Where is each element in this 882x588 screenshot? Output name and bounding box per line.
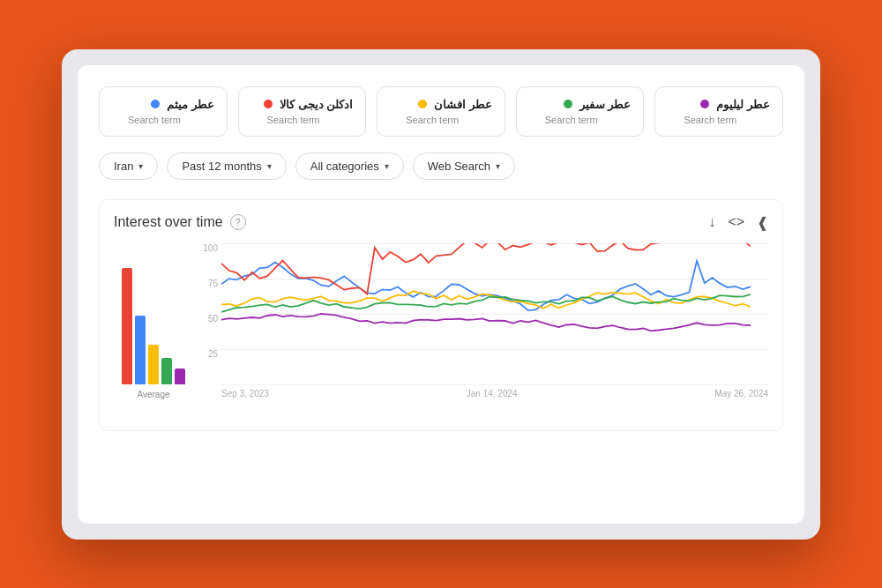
embed-icon[interactable]: <> — [728, 214, 744, 230]
chart-header: Interest over time ? ↓ <> ❰ — [114, 214, 768, 231]
chart-title: Interest over time — [114, 214, 223, 230]
y-axis: 100755025 — [193, 243, 218, 384]
chart-section: Interest over time ? ↓ <> ❰ Average — [99, 199, 783, 431]
chart-title-group: Interest over time ? — [114, 214, 246, 230]
filter-label: Web Search — [428, 160, 490, 173]
term-dot — [700, 100, 709, 108]
term-text: ادکلن دیجی کالا — [280, 98, 353, 111]
filter-category[interactable]: All categories▾ — [295, 153, 404, 180]
chart-line — [221, 261, 751, 310]
device-frame: عطر میثم Search term ادکلن دیجی کالا Sea… — [62, 49, 820, 540]
dropdown-arrow-icon: ▾ — [267, 161, 272, 171]
term-label: Search term — [390, 115, 492, 125]
bar-chart-section: Average — [114, 243, 193, 420]
filter-region[interactable]: Iran▾ — [99, 153, 158, 180]
filter-label: Iran — [114, 160, 133, 173]
term-text: عطر لیلیوم — [716, 98, 770, 111]
term-dot — [264, 100, 273, 108]
chart-line — [221, 314, 751, 331]
term-text: عطر سفیر — [579, 98, 632, 111]
y-axis-label: 25 — [193, 349, 218, 359]
term-text: عطر میثم — [167, 98, 214, 111]
y-axis-label: 75 — [193, 279, 218, 288]
chart-line — [221, 243, 751, 294]
y-axis-label: 100 — [193, 243, 218, 253]
avg-bar — [148, 345, 159, 384]
help-icon[interactable]: ? — [230, 214, 246, 230]
download-icon[interactable]: ↓ — [708, 214, 715, 230]
average-label: Average — [137, 390, 169, 399]
term-dot — [564, 100, 572, 108]
term-label: Search term — [251, 115, 354, 125]
filter-label: All categories — [310, 160, 379, 173]
dropdown-arrow-icon: ▾ — [385, 161, 389, 171]
term-label: Search term — [668, 115, 770, 125]
search-terms-row: عطر میثم Search term ادکلن دیجی کالا Sea… — [99, 86, 783, 137]
line-chart-section: 100755025 Sep 3, 2023Jan 14, 2024May 26,… — [193, 243, 768, 420]
filter-label: Past 12 months — [182, 160, 261, 173]
search-term-card-3[interactable]: عطر افشان Search term — [377, 86, 505, 137]
search-term-card-2[interactable]: ادکلن دیجی کالا Search term — [238, 86, 367, 137]
share-icon[interactable]: ❰ — [757, 214, 768, 231]
search-term-card-4[interactable]: عطر سفیر Search term — [516, 86, 645, 137]
term-label: Search term — [112, 115, 214, 125]
x-axis-label: Jan 14, 2024 — [467, 389, 518, 398]
x-axis-label: May 26, 2024 — [714, 389, 768, 398]
chart-actions: ↓ <> ❰ — [708, 214, 768, 231]
dropdown-arrow-icon: ▾ — [138, 161, 143, 171]
avg-bar — [175, 368, 185, 384]
chart-area: Average 100755025 Sep 3, 2023Jan 14, 202… — [114, 243, 768, 420]
filter-search_type[interactable]: Web Search▾ — [413, 153, 515, 180]
term-dot — [418, 100, 427, 108]
line-chart-svg — [221, 243, 751, 384]
search-term-card-5[interactable]: عطر لیلیوم Search term — [654, 86, 783, 137]
y-axis-label: 50 — [193, 314, 218, 324]
filters-row: Iran▾Past 12 months▾All categories▾Web S… — [99, 153, 783, 180]
bars-container — [122, 252, 185, 384]
filter-time[interactable]: Past 12 months▾ — [167, 153, 286, 180]
x-labels: Sep 3, 2023Jan 14, 2024May 26, 2024 — [221, 389, 768, 398]
term-text: عطر افشان — [434, 98, 492, 111]
inner-frame: عطر میثم Search term ادکلن دیجی کالا Sea… — [78, 65, 804, 524]
term-label: Search term — [529, 115, 632, 125]
grid-line — [221, 384, 768, 385]
x-axis-label: Sep 3, 2023 — [221, 389, 269, 398]
avg-bar — [122, 268, 132, 384]
search-term-card-1[interactable]: عطر میثم Search term — [99, 86, 228, 137]
avg-bar — [135, 316, 146, 384]
dropdown-arrow-icon: ▾ — [496, 161, 500, 171]
term-dot — [151, 100, 160, 108]
avg-bar — [161, 358, 172, 384]
